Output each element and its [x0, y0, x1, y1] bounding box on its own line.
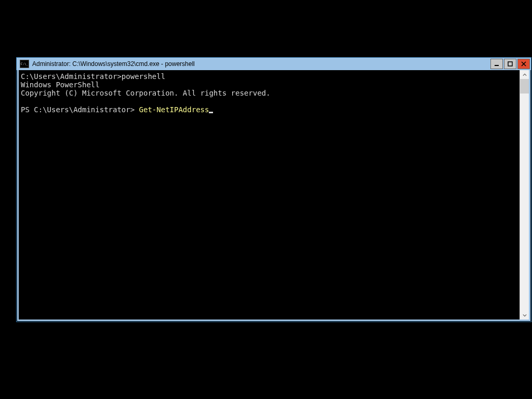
scroll-up-button[interactable]	[520, 70, 529, 79]
cmd-window: Administrator: C:\Windows\system32\cmd.e…	[16, 57, 531, 322]
terminal[interactable]: C:\Users\Administrator>powershell Window…	[19, 70, 520, 320]
text-cursor	[209, 112, 213, 113]
window-controls	[490, 58, 531, 70]
close-button[interactable]	[517, 59, 530, 69]
scrollbar-track[interactable]	[520, 79, 529, 311]
client-area: C:\Users\Administrator>powershell Window…	[19, 70, 529, 320]
window-title: Administrator: C:\Windows\system32\cmd.e…	[32, 60, 490, 68]
vertical-scrollbar[interactable]	[520, 70, 529, 320]
svg-rect-1	[508, 62, 512, 66]
close-icon	[521, 61, 526, 66]
output-line: Copyright (C) Microsoft Corporation. All…	[21, 89, 270, 97]
chevron-down-icon	[523, 313, 527, 317]
typed-command: Get-NetIPAddress	[139, 105, 209, 114]
titlebar[interactable]: Administrator: C:\Windows\system32\cmd.e…	[17, 58, 531, 70]
minimize-icon	[494, 61, 499, 66]
chevron-up-icon	[523, 73, 527, 77]
maximize-icon	[508, 61, 513, 66]
maximize-button[interactable]	[504, 59, 516, 69]
scroll-down-button[interactable]	[520, 311, 529, 320]
cmd-icon	[20, 60, 29, 68]
svg-rect-0	[495, 65, 499, 66]
prompt: PS C:\Users\Administrator>	[21, 105, 139, 114]
minimize-button[interactable]	[490, 59, 503, 69]
desktop: Administrator: C:\Windows\system32\cmd.e…	[0, 0, 532, 399]
output-line: Windows PowerShell	[21, 81, 100, 89]
output-line: C:\Users\Administrator>powershell	[21, 72, 165, 81]
scrollbar-thumb[interactable]	[520, 79, 529, 94]
